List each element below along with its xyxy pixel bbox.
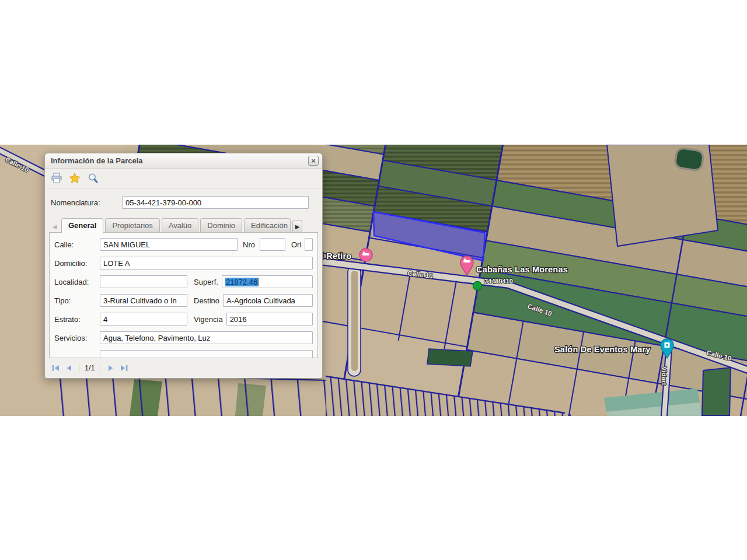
last-page-icon[interactable] (119, 363, 128, 373)
pond (675, 148, 704, 171)
tab-avaluo[interactable]: Avalúo (162, 218, 199, 232)
calle-input[interactable] (100, 238, 238, 251)
domicilio-input[interactable] (100, 257, 313, 270)
domicilio-label: Domicilio: (54, 259, 100, 268)
nro-input[interactable] (260, 238, 285, 251)
tab-scroll-left-icon[interactable]: ◀ (50, 220, 60, 232)
zoom-search-icon[interactable] (86, 172, 99, 184)
ori-input[interactable] (305, 238, 313, 251)
print-icon[interactable] (50, 172, 63, 184)
nomenclatura-row: Nomenclatura: (45, 188, 322, 215)
parcel-info-window: Información de la Parcela × (44, 153, 323, 379)
superf-input[interactable]: 21872.46 (222, 275, 313, 288)
calle-label: Calle: (54, 240, 100, 249)
nomenclatura-label: Nomenclatura: (51, 198, 122, 207)
poi-label-cabanas: Cabañas Las Morenas (476, 265, 568, 274)
vigencia-label: Vigencia (194, 315, 223, 324)
partial-hidden-input[interactable] (100, 350, 313, 358)
nro-label: Nro (243, 240, 255, 249)
localidad-label: Localidad: (54, 278, 100, 286)
first-page-icon[interactable] (51, 363, 60, 373)
poi-marker-el-retiro[interactable] (359, 249, 372, 261)
estrato-label: Estrato: (54, 315, 100, 324)
superf-selected-value: 21872.46 (225, 278, 258, 286)
tipo-input[interactable]: 3-Rural Cultivado o In (100, 294, 187, 307)
servicios-label: Servicios: (54, 334, 100, 342)
parcel-number-label: 34480410 (484, 278, 513, 285)
street-label-vidart: Vidart (661, 366, 668, 386)
tab-edificacion[interactable]: Edificación (244, 218, 291, 232)
localidad-input[interactable] (100, 275, 187, 288)
vigencia-input[interactable] (226, 313, 313, 326)
paging-toolbar: 1/1 (45, 358, 322, 378)
estrato-input[interactable] (100, 313, 187, 326)
destino-label: Destino (194, 296, 219, 305)
poi-label-salon: Salón De Eventos Mary (554, 345, 651, 354)
servicios-input[interactable] (100, 331, 313, 344)
next-page-icon[interactable] (106, 363, 115, 373)
superf-label: Superf. (194, 278, 218, 286)
destino-input[interactable] (223, 294, 313, 307)
tab-propietarios[interactable]: Propietarios (105, 218, 159, 232)
field-dark-strip (702, 368, 731, 416)
close-icon[interactable]: × (308, 156, 319, 166)
window-title: Información de la Parcela (51, 156, 143, 165)
page-indicator: 1/1 (85, 364, 95, 372)
tab-general[interactable]: General (61, 218, 103, 233)
window-toolbar (45, 169, 322, 188)
nomenclatura-input[interactable] (122, 196, 309, 209)
prev-page-icon[interactable] (64, 363, 74, 373)
poi-dot-parcel-point[interactable] (473, 282, 482, 290)
general-tab-panel: Calle: Nro Ori Domicilio: Localidad: Sup… (49, 232, 318, 358)
screen: Calle 10 Calle 10 Calle 10 Calle 10 Vida… (0, 0, 747, 560)
ori-label: Ori (291, 240, 301, 249)
tab-strip: ◀ General Propietarios Avalúo Dominio Ed… (45, 215, 322, 232)
field-dark-green (427, 349, 473, 366)
tab-dominio[interactable]: Dominio (200, 218, 242, 232)
tipo-label: Tipo: (54, 296, 100, 305)
tab-scroll-right-icon[interactable]: ▶ (292, 220, 302, 232)
favorite-icon[interactable] (68, 172, 81, 184)
window-titlebar[interactable]: Información de la Parcela × (45, 153, 322, 169)
